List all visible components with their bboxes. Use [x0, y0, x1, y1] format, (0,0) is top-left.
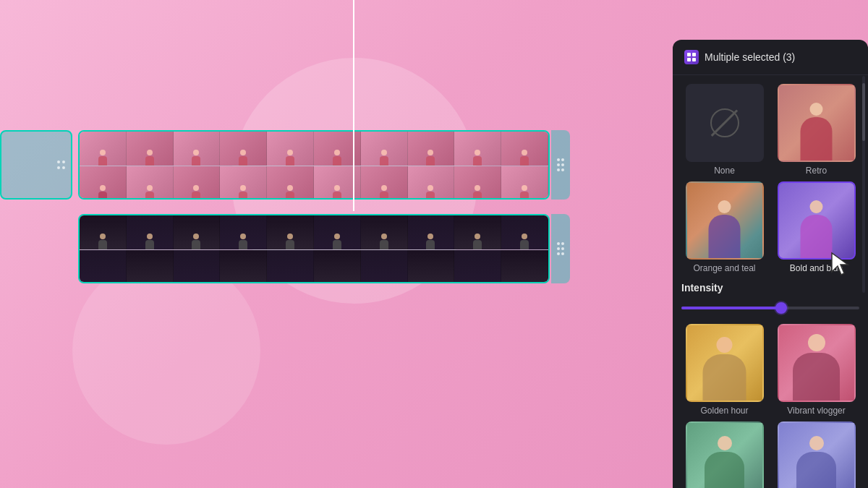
- thumb-content-golden: [687, 325, 762, 401]
- panel-icon: [684, 50, 699, 64]
- filter-thumb-bottom1[interactable]: [686, 421, 764, 488]
- slider-track: [681, 307, 859, 309]
- svg-rect-1: [692, 53, 696, 56]
- thumb-content-bottom1: [687, 423, 762, 488]
- panel-scrollbar[interactable]: [862, 76, 865, 293]
- filter-grid-row3: Golden hour Vibrant vlogger: [681, 324, 859, 416]
- panel-content[interactable]: None Retro: [673, 75, 868, 488]
- filter-item-orange-teal[interactable]: Orange and teal: [681, 181, 767, 273]
- filter-label-vibrant: Vibrant vlogger: [787, 406, 846, 416]
- filter-label-none: None: [714, 166, 735, 176]
- none-icon: [710, 108, 739, 137]
- filter-grid-row4: [681, 421, 859, 488]
- filter-item-bottom1[interactable]: [681, 421, 767, 488]
- thumb-content-bold-blue: [779, 183, 854, 258]
- svg-rect-0: [687, 53, 691, 56]
- panel-title: Multiple selected (3): [705, 51, 795, 63]
- filter-thumb-orange-teal[interactable]: [686, 181, 764, 260]
- filter-item-none[interactable]: None: [681, 84, 767, 176]
- track-row-1: [0, 130, 550, 207]
- svg-rect-2: [687, 58, 691, 61]
- timeline-area: [0, 130, 550, 291]
- track-end-handle-2[interactable]: [551, 214, 570, 283]
- track-stub-1: [0, 130, 72, 200]
- panel-scrollbar-thumb[interactable]: [862, 83, 865, 141]
- filter-thumb-golden[interactable]: [686, 324, 764, 402]
- svg-rect-3: [692, 58, 696, 61]
- thumb-content-orange-teal: [687, 183, 762, 258]
- filter-label-orange-teal: Orange and teal: [693, 263, 755, 273]
- track-video-1[interactable]: [78, 130, 550, 200]
- track-row-2: [0, 214, 550, 291]
- panel-header: Multiple selected (3): [673, 40, 868, 75]
- slider-thumb[interactable]: [775, 302, 787, 314]
- track-end-handle-1[interactable]: [551, 130, 570, 200]
- filter-thumb-bold-blue[interactable]: [778, 181, 856, 260]
- thumb-content-bottom2: [779, 423, 854, 488]
- filter-item-vibrant[interactable]: Vibrant vlogger: [773, 324, 859, 416]
- filter-item-bottom2[interactable]: [773, 421, 859, 488]
- filter-thumb-vibrant[interactable]: [778, 324, 856, 402]
- track-video-2[interactable]: [78, 214, 550, 283]
- filter-grid-row1: None Retro: [681, 84, 859, 176]
- filter-thumb-bottom2[interactable]: [778, 421, 856, 488]
- filter-label-golden: Golden hour: [700, 406, 748, 416]
- intensity-slider[interactable]: [681, 301, 859, 315]
- filter-thumb-retro[interactable]: [778, 84, 856, 162]
- intensity-section: Intensity: [681, 279, 859, 324]
- playhead-line: [353, 0, 354, 211]
- filter-label-retro: Retro: [806, 166, 827, 176]
- filter-thumb-none[interactable]: [686, 84, 764, 162]
- thumb-content-retro: [779, 85, 854, 160]
- slider-fill: [681, 307, 785, 309]
- filter-item-golden[interactable]: Golden hour: [681, 324, 767, 416]
- intensity-label: Intensity: [681, 282, 859, 294]
- thumb-content-vibrant: [779, 325, 854, 401]
- filter-item-retro[interactable]: Retro: [773, 84, 859, 176]
- playhead[interactable]: [346, 0, 362, 211]
